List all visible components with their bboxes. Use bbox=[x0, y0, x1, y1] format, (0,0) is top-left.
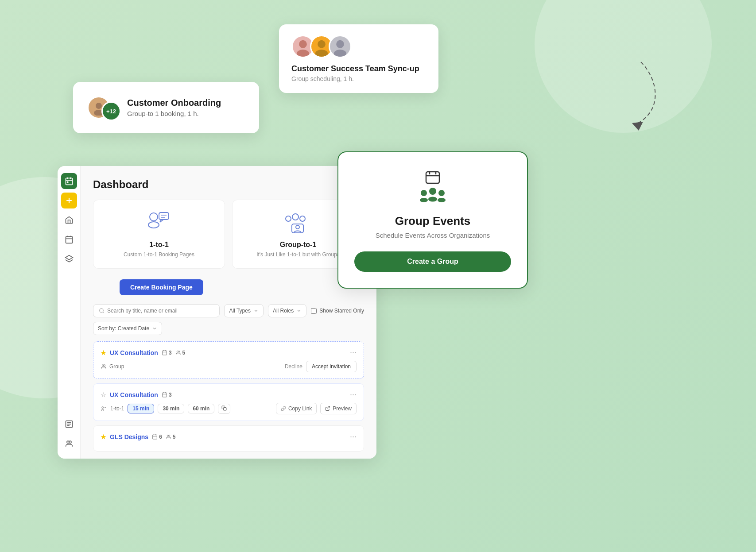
success-avatar-3 bbox=[329, 35, 352, 58]
svg-rect-9 bbox=[426, 172, 439, 183]
filters-row: All Types All Roles Show Starred Only So… bbox=[93, 304, 364, 335]
sidebar-icon-home[interactable] bbox=[61, 212, 77, 228]
dashboard-title: Dashboard bbox=[93, 178, 364, 191]
copy-link-button[interactable]: Copy Link bbox=[276, 403, 317, 414]
svg-rect-64 bbox=[224, 407, 227, 410]
svg-point-14 bbox=[420, 198, 428, 202]
svg-marker-0 bbox=[632, 122, 643, 131]
all-types-filter[interactable]: All Types bbox=[224, 304, 263, 317]
link-icon bbox=[281, 406, 286, 411]
show-starred-checkbox[interactable] bbox=[311, 308, 317, 314]
svg-rect-39 bbox=[159, 212, 169, 220]
svg-point-44 bbox=[300, 216, 305, 221]
list-item-2-header: ☆ UX Consultation 3 ··· bbox=[101, 390, 357, 399]
search-input[interactable] bbox=[107, 308, 214, 314]
people-meta-1: 5 bbox=[175, 350, 186, 356]
accept-invitation-button[interactable]: Accept Invitation bbox=[306, 361, 357, 372]
all-roles-filter[interactable]: All Roles bbox=[268, 304, 306, 317]
list-item-2-actions: Copy Link Preview bbox=[276, 403, 357, 414]
copy-icon bbox=[221, 405, 227, 411]
svg-point-46 bbox=[296, 225, 299, 229]
list-item-1-actions: Decline Accept Invitation bbox=[285, 361, 357, 372]
svg-point-5 bbox=[318, 40, 326, 48]
sort-select[interactable]: Sort by: Created Date bbox=[93, 322, 162, 335]
svg-marker-30 bbox=[65, 255, 73, 260]
preview-button[interactable]: Preview bbox=[320, 403, 357, 414]
svg-point-47 bbox=[100, 309, 104, 313]
event-card-1to1: 1-to-1 Custom 1-to-1 Booking Pages bbox=[93, 200, 225, 269]
group-type-icon bbox=[101, 363, 107, 370]
card-customer-onboarding: +12 Customer Onboarding Group-to 1 booki… bbox=[73, 82, 259, 133]
sidebar-icon-layers[interactable] bbox=[61, 251, 77, 267]
1to1-icon bbox=[102, 211, 216, 235]
list-item-1-meta: 3 5 bbox=[162, 350, 185, 356]
svg-point-7 bbox=[336, 40, 344, 48]
svg-point-43 bbox=[292, 214, 299, 220]
svg-rect-66 bbox=[153, 435, 157, 439]
sidebar-icon-calendar[interactable] bbox=[61, 173, 77, 189]
svg-point-8 bbox=[334, 50, 346, 58]
sort-label: Sort by: Created Date bbox=[98, 325, 149, 332]
list-item-2-link[interactable]: UX Consultation bbox=[110, 391, 158, 398]
list-item-3: ★ GLS Designs 6 5 ··· bbox=[93, 425, 364, 452]
list-item-2: ☆ UX Consultation 3 ··· 1-to-1 15 min bbox=[93, 383, 364, 421]
list-item-1-type: Group bbox=[101, 363, 124, 370]
decline-button[interactable]: Decline bbox=[285, 363, 302, 370]
copy-duration-button[interactable] bbox=[218, 404, 230, 414]
chevron-down-icon-3 bbox=[152, 326, 157, 331]
svg-rect-19 bbox=[66, 178, 72, 185]
search-icon bbox=[99, 308, 105, 314]
calendar-meta-2: 3 bbox=[162, 392, 172, 398]
svg-rect-26 bbox=[66, 236, 72, 243]
svg-point-36 bbox=[69, 441, 71, 443]
main-content: Dashboard 1-to-1 bbox=[81, 166, 376, 459]
card-group-events: Group Events Schedule Events Across Orga… bbox=[337, 151, 528, 289]
more-options-2[interactable]: ··· bbox=[350, 390, 357, 399]
success-avatars bbox=[291, 35, 426, 58]
event-card-1to1-name: 1-to-1 bbox=[102, 241, 216, 249]
list-item: ★ UX Consultation 3 5 ··· bbox=[93, 341, 364, 379]
svg-rect-57 bbox=[163, 393, 167, 397]
list-item-1-link[interactable]: UX Consultation bbox=[110, 349, 158, 356]
card-onboarding-text: Customer Onboarding Group-to 1 booking, … bbox=[127, 98, 221, 117]
card-customer-success: Customer Success Team Sync-up Group sche… bbox=[279, 24, 438, 93]
list-item-1-footer: Group Decline Accept Invitation bbox=[101, 361, 357, 372]
event-card-1to1-desc: Custom 1-to-1 Booking Pages bbox=[102, 251, 216, 258]
svg-point-15 bbox=[429, 188, 436, 195]
svg-point-56 bbox=[104, 365, 105, 367]
sidebar-icon-plus[interactable] bbox=[61, 193, 77, 208]
chevron-down-icon bbox=[253, 308, 259, 313]
star-icon-3[interactable]: ★ bbox=[101, 433, 106, 440]
list-item-2-title-row: ☆ UX Consultation 3 bbox=[101, 391, 172, 398]
search-box[interactable] bbox=[93, 304, 220, 317]
sidebar-icon-list[interactable] bbox=[61, 416, 77, 432]
dashed-arrow-decoration bbox=[570, 53, 659, 142]
svg-point-38 bbox=[148, 222, 159, 228]
sidebar-icon-users[interactable] bbox=[61, 436, 77, 452]
svg-point-13 bbox=[421, 190, 427, 196]
app-window: Dashboard 1-to-1 bbox=[58, 166, 376, 459]
svg-point-18 bbox=[438, 198, 446, 202]
svg-point-42 bbox=[286, 216, 291, 221]
duration-30[interactable]: 30 min bbox=[158, 404, 184, 413]
more-options-1[interactable]: ··· bbox=[350, 348, 357, 357]
duration-15[interactable]: 15 min bbox=[128, 404, 154, 413]
svg-point-6 bbox=[315, 50, 328, 58]
create-group-button[interactable]: Create a Group bbox=[354, 251, 511, 272]
sidebar-icon-calendar2[interactable] bbox=[61, 232, 77, 247]
svg-line-65 bbox=[327, 407, 330, 409]
calendar-small-icon-2 bbox=[162, 392, 167, 398]
list-item-2-footer: 1-to-1 15 min 30 min 60 min Copy Link bbox=[101, 403, 357, 414]
duration-60[interactable]: 60 min bbox=[188, 404, 214, 413]
group-events-title: Group Events bbox=[354, 214, 511, 228]
star-icon-1[interactable]: ★ bbox=[101, 349, 106, 356]
list-item-3-link[interactable]: GLS Designs bbox=[110, 433, 148, 440]
calendar-small-icon-3 bbox=[152, 434, 158, 440]
calendar-meta-1: 3 bbox=[162, 350, 172, 356]
list-item-2-meta: 3 bbox=[162, 392, 172, 398]
more-options-3[interactable]: ··· bbox=[350, 432, 357, 441]
card-onboarding-title: Customer Onboarding bbox=[127, 98, 221, 108]
create-booking-page-button[interactable]: Create Booking Page bbox=[120, 279, 203, 295]
star-icon-2[interactable]: ☆ bbox=[101, 391, 106, 398]
show-starred-filter[interactable]: Show Starred Only bbox=[311, 308, 364, 314]
